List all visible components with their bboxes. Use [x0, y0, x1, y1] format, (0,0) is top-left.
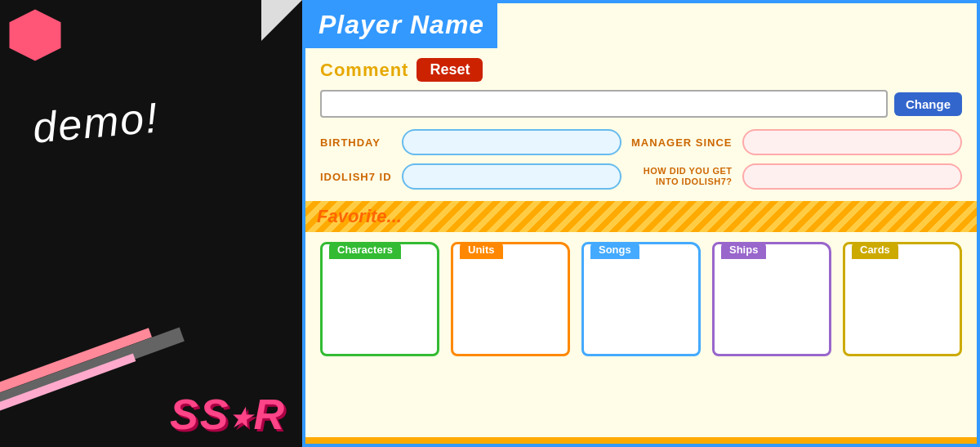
characters-tab: Characters — [329, 242, 401, 259]
main-content: Comment Reset Change BIRTHDAY MANAGER SI… — [305, 48, 977, 364]
ships-tab: Ships — [721, 242, 766, 259]
songs-card-inner: Songs — [581, 242, 701, 356]
fields-grid: BIRTHDAY MANAGER SINCE IDOLiSH7 ID HOW D… — [320, 129, 962, 190]
ssr-label: SS★R — [170, 390, 286, 439]
change-button[interactable]: Change — [894, 92, 962, 116]
how-did-you-get-label: HOW DID YOU GETINTO IDOLiSH7? — [631, 166, 733, 187]
player-name-header: Player Name — [305, 3, 497, 48]
units-card: Units — [451, 242, 570, 356]
favorite-section: Favorite... — [305, 201, 977, 232]
cards-tab: Cards — [852, 242, 898, 259]
player-name-title: Player Name — [318, 10, 484, 39]
comment-input[interactable] — [320, 90, 888, 118]
right-panel: Player Name Comment Reset Change BIRTHDA… — [302, 0, 980, 447]
bottom-line — [305, 437, 977, 444]
manager-since-label: MANAGER SINCE — [631, 136, 733, 149]
units-card-inner: Units — [451, 242, 570, 356]
ships-card: Ships — [712, 242, 831, 356]
units-tab: Units — [460, 242, 503, 259]
idolish7-id-label: IDOLiSH7 ID — [320, 171, 392, 183]
fav-cards-card-inner: Cards — [843, 242, 962, 356]
comment-label: Comment — [320, 60, 408, 81]
ssr-star: ★ — [229, 405, 253, 431]
manager-since-input[interactable] — [742, 129, 962, 155]
characters-card-inner: Characters — [320, 242, 439, 356]
corner-fold — [261, 0, 302, 41]
left-panel: demo! SS★R — [0, 0, 302, 447]
demo-text: demo! — [31, 92, 161, 152]
comment-input-row: Change — [320, 90, 962, 118]
fav-cards-card: Cards — [843, 242, 962, 356]
reset-button[interactable]: Reset — [416, 58, 483, 82]
characters-card: Characters — [320, 242, 439, 356]
birthday-input[interactable] — [402, 129, 621, 155]
comment-row: Comment Reset — [320, 58, 962, 82]
svg-marker-0 — [10, 10, 61, 61]
cards-row: Characters Units Songs Ships — [305, 232, 977, 364]
favorite-label: Favorite... — [317, 206, 402, 226]
ships-card-inner: Ships — [712, 242, 831, 356]
hex-decoration — [7, 7, 64, 64]
songs-tab: Songs — [590, 242, 639, 259]
how-did-you-get-input[interactable] — [742, 163, 962, 190]
birthday-label: BIRTHDAY — [320, 136, 392, 149]
idolish7-id-input[interactable] — [402, 163, 621, 190]
songs-card: Songs — [581, 242, 701, 356]
